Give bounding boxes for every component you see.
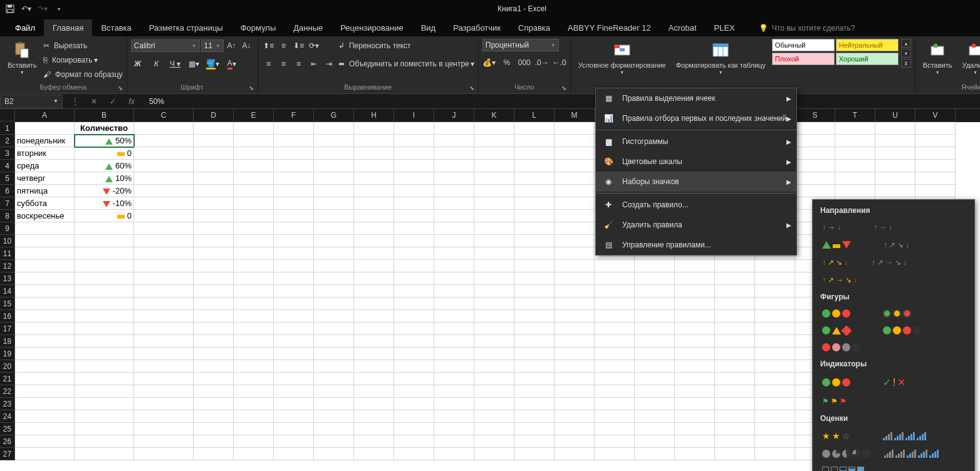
tab-pagelayout[interactable]: Разметка страницы xyxy=(140,19,232,36)
cell-C16[interactable] xyxy=(134,310,194,323)
cell-I10[interactable] xyxy=(394,235,434,247)
cell-K4[interactable] xyxy=(474,160,514,172)
cell-J17[interactable] xyxy=(434,323,474,335)
cell-P19[interactable] xyxy=(675,348,715,360)
row-header-21[interactable]: 21 xyxy=(0,373,15,385)
cell-L6[interactable] xyxy=(514,185,555,197)
font-color-icon[interactable]: A▾ xyxy=(225,57,239,71)
cell-E20[interactable] xyxy=(234,360,274,373)
cell-D9[interactable] xyxy=(194,222,234,235)
cell-C14[interactable] xyxy=(134,285,194,298)
col-header-J[interactable]: J xyxy=(434,109,474,122)
cell-G15[interactable] xyxy=(314,298,354,310)
row-header-8[interactable]: 8 xyxy=(0,210,15,222)
row-header-9[interactable]: 9 xyxy=(0,222,15,235)
row-header-23[interactable]: 23 xyxy=(0,398,15,410)
cell-B1[interactable]: Количество xyxy=(75,122,134,135)
cell-Q13[interactable] xyxy=(715,272,755,285)
cell-N27[interactable] xyxy=(595,448,635,460)
align-center-icon[interactable]: ≡ xyxy=(277,57,291,71)
row-header-19[interactable]: 19 xyxy=(0,348,15,360)
cell-G4[interactable] xyxy=(314,160,354,172)
cell-N25[interactable] xyxy=(595,423,635,435)
cell-A6[interactable]: пятница xyxy=(15,185,75,197)
cell-B9[interactable] xyxy=(75,222,134,235)
cell-B21[interactable] xyxy=(75,373,134,385)
align-right-icon[interactable]: ≡ xyxy=(292,57,306,71)
cell-M10[interactable] xyxy=(555,235,595,247)
number-launcher-icon[interactable]: ⬊ xyxy=(561,85,569,92)
cell-H9[interactable] xyxy=(354,222,394,235)
col-header-S[interactable]: S xyxy=(795,109,835,122)
cell-J16[interactable] xyxy=(434,310,474,323)
cell-E5[interactable] xyxy=(234,172,274,185)
iconset-3-symbols[interactable]: ✓!✕ xyxy=(881,375,907,390)
cell-B20[interactable] xyxy=(75,360,134,373)
comma-icon[interactable]: 000 xyxy=(518,56,531,70)
cell-M3[interactable] xyxy=(555,147,595,160)
cell-A3[interactable]: вторник xyxy=(15,147,75,160)
cell-D24[interactable] xyxy=(194,410,234,423)
cell-I6[interactable] xyxy=(394,185,434,197)
cell-R12[interactable] xyxy=(755,260,795,272)
currency-icon[interactable]: 💰▾ xyxy=(482,56,496,70)
cell-B7[interactable]: -10% xyxy=(75,197,134,210)
cell-J11[interactable] xyxy=(434,247,474,260)
cell-A2[interactable]: понедельник xyxy=(15,135,75,147)
cell-O27[interactable] xyxy=(635,448,675,460)
cell-C9[interactable] xyxy=(134,222,194,235)
cell-Q25[interactable] xyxy=(715,423,755,435)
cell-G7[interactable] xyxy=(314,197,354,210)
cell-E23[interactable] xyxy=(234,398,274,410)
cell-H24[interactable] xyxy=(354,410,394,423)
cell-D6[interactable] xyxy=(194,185,234,197)
cell-F17[interactable] xyxy=(274,323,314,335)
cell-D3[interactable] xyxy=(194,147,234,160)
iconset-4-arrows-colored[interactable]: ↑↗↘↓ xyxy=(820,256,850,269)
cell-J10[interactable] xyxy=(434,235,474,247)
cell-J8[interactable] xyxy=(434,210,474,222)
cell-M2[interactable] xyxy=(555,135,595,147)
cell-A27[interactable] xyxy=(15,448,75,460)
cell-A9[interactable] xyxy=(15,222,75,235)
cell-T4[interactable] xyxy=(835,160,875,172)
cell-E1[interactable] xyxy=(234,122,274,135)
cell-M13[interactable] xyxy=(555,272,595,285)
cell-H2[interactable] xyxy=(354,135,394,147)
cell-T5[interactable] xyxy=(835,172,875,185)
cell-I25[interactable] xyxy=(394,423,434,435)
conditional-formatting-button[interactable]: Условное форматирование▼ xyxy=(575,39,670,76)
font-size-combo[interactable]: 11▼ xyxy=(201,39,224,52)
cell-H8[interactable] xyxy=(354,210,394,222)
col-header-F[interactable]: F xyxy=(274,109,314,122)
cell-H22[interactable] xyxy=(354,385,394,398)
cell-U1[interactable] xyxy=(875,122,915,135)
cell-M21[interactable] xyxy=(555,373,595,385)
cell-A7[interactable]: суббота xyxy=(15,197,75,210)
cell-P14[interactable] xyxy=(675,285,715,298)
cell-P27[interactable] xyxy=(675,448,715,460)
tab-abbyy[interactable]: ABBYY FineReader 12 xyxy=(559,19,660,36)
merge-button[interactable]: ⬌ Объединить и поместить в центре ▾ xyxy=(338,57,474,71)
cell-O16[interactable] xyxy=(635,310,675,323)
cell-H16[interactable] xyxy=(354,310,394,323)
cell-M18[interactable] xyxy=(555,335,595,348)
row-header-10[interactable]: 10 xyxy=(0,235,15,247)
cell-C1[interactable] xyxy=(134,122,194,135)
cell-C11[interactable] xyxy=(134,247,194,260)
cell-Q20[interactable] xyxy=(715,360,755,373)
cell-L21[interactable] xyxy=(514,373,555,385)
cell-O12[interactable] xyxy=(635,260,675,272)
cell-H1[interactable] xyxy=(354,122,394,135)
cell-F20[interactable] xyxy=(274,360,314,373)
cell-L17[interactable] xyxy=(514,323,555,335)
cell-D5[interactable] xyxy=(194,172,234,185)
cell-G3[interactable] xyxy=(314,147,354,160)
cell-C23[interactable] xyxy=(134,398,194,410)
cell-E22[interactable] xyxy=(234,385,274,398)
cell-B24[interactable] xyxy=(75,410,134,423)
cell-G2[interactable] xyxy=(314,135,354,147)
col-header-U[interactable]: U xyxy=(875,109,915,122)
cell-I1[interactable] xyxy=(394,122,434,135)
cell-C17[interactable] xyxy=(134,323,194,335)
